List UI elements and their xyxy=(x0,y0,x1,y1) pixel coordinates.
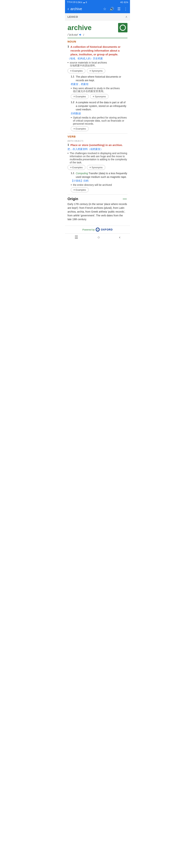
verb-sub-1-1-bullet: the entire directory will be archived xyxy=(71,183,127,186)
examples-label-1: Examples xyxy=(72,69,83,72)
noun-def-1-number: 1 xyxy=(68,45,69,48)
synonyms-icon-1: ≡ xyxy=(89,69,91,72)
svg-text:O: O xyxy=(97,229,98,231)
synonyms-label-1: Synonyms xyxy=(91,69,103,72)
verb-def-1-header: 1 Place or store (something) in an archi… xyxy=(68,143,127,148)
noun-sub-1-1-examples-button[interactable]: ≡ Examples xyxy=(71,94,89,99)
noun-def-1-text: A collection of historical documents or … xyxy=(70,45,127,56)
verb-def-1-number: 1 xyxy=(68,143,69,146)
status-icons: ☁ 6 xyxy=(83,1,87,4)
verb-def-1-buttons: ≡ Examples ≡ Synonyms xyxy=(68,165,127,170)
back-button[interactable]: ‹ xyxy=(68,6,69,11)
verb-def-1-bullet: The challenges involved in displaying an… xyxy=(68,152,127,164)
noun-sub-1-1-buttons: ≡ Examples ≡ Synonyms xyxy=(71,94,127,99)
app-bar-title: archive xyxy=(70,7,82,11)
noun-def-1-bullet: source materials in local archives 当地档案中… xyxy=(68,61,127,67)
verb-def-1-examples-button[interactable]: ≡ Examples xyxy=(68,165,85,170)
origin-section: Origin — Early 17th century (in the sens… xyxy=(65,195,130,226)
list-icon[interactable]: ☰ xyxy=(117,7,121,11)
examples-icon-verb-1: ≡ xyxy=(70,166,72,169)
divider-green xyxy=(68,38,127,38)
nav-menu-icon[interactable]: ☰ xyxy=(75,235,78,240)
verb-sub-1-1-header: 1.1 Computing Transfer (data) to a less … xyxy=(71,172,127,179)
favorite-icon[interactable]: ☆ xyxy=(103,7,106,11)
nav-bar: ☰ ○ ‹ xyxy=(65,234,130,241)
noun-sub-1-2-examples-button[interactable]: ≡ Examples xyxy=(71,126,89,131)
status-battery: 81% xyxy=(124,1,128,4)
noun-sub-1-2-text: A complete record of the data in part or… xyxy=(76,101,127,112)
pos-verb: VERB [WITH OBJECT] 1 Place or store (som… xyxy=(68,135,127,192)
nav-back-icon[interactable]: ‹ xyxy=(119,235,120,240)
noun-def-1-example: source materials in local archives xyxy=(70,61,107,64)
origin-header: Origin — xyxy=(68,196,127,201)
verb-sub-1-1-number: 1.1 xyxy=(71,172,74,175)
examples-label-verb-1: Examples xyxy=(72,166,83,169)
verb-def-1-synonyms-button[interactable]: ≡ Synonyms xyxy=(87,165,105,170)
collapse-icon[interactable]: ∧ xyxy=(125,15,127,19)
verb-def-1: 1 Place or store (something) in an archi… xyxy=(68,143,127,192)
origin-dash: — xyxy=(123,196,127,201)
synonyms-label-sub-1-1: Synonyms xyxy=(95,95,106,98)
noun-sub-1-2-translation: 归档数据 xyxy=(71,112,127,115)
noun-sub-1-1-number: 1.1 xyxy=(71,75,74,78)
verb-sub-1-1-text: Computing Transfer (data) to a less freq… xyxy=(76,172,127,179)
word-header: archive xyxy=(68,23,127,32)
noun-def-1-buttons: ≡ Examples ≡ Synonyms xyxy=(68,68,127,73)
noun-sub-1-1-example-trans: 他们被允许在档案室里查阅。 xyxy=(73,90,127,93)
noun-def-1: 1 A collection of historical documents o… xyxy=(68,45,127,131)
app-bar-icons: ☆ 🔊 ☰ ⋮ xyxy=(103,7,127,11)
status-bar: 下午4:19 0.5K/s ☁ 6 4G 81% xyxy=(65,0,130,4)
noun-sub-1-1-example: they were allowed to study in the archiv… xyxy=(73,87,120,90)
status-signal: 4G xyxy=(120,1,123,4)
noun-sub-def-1-2: 1.2 A complete record of the data in par… xyxy=(71,101,127,131)
app-bar-left: ‹ archive xyxy=(68,6,82,11)
verb-sub-1-1-examples-button[interactable]: ≡ Examples xyxy=(71,187,89,192)
powered-by-text: Powered by xyxy=(82,228,95,231)
noun-def-1-examples-button[interactable]: ≡ Examples xyxy=(68,68,85,73)
noun-def-1-header: 1 A collection of historical documents o… xyxy=(68,45,127,57)
status-time: 下午4:19 xyxy=(67,1,75,4)
synonyms-icon-verb-1: ≡ xyxy=(89,166,91,169)
noun-def-1-synonyms-button[interactable]: ≡ Synonyms xyxy=(87,68,105,73)
noun-sub-1-2-bullet: Optical media is also perfect for storin… xyxy=(71,116,127,125)
verb-sub-def-1-1: 1.1 Computing Transfer (data) to a less … xyxy=(71,172,127,192)
lexico-label: LEXICO xyxy=(68,16,78,18)
oxford-text: OXFORD xyxy=(101,228,113,231)
app-bar: ‹ archive ☆ 🔊 ☰ ⋮ xyxy=(65,4,130,13)
noun-sub-1-1-translation: 档案室，档案馆 xyxy=(71,83,127,86)
noun-sub-1-2-buttons: ≡ Examples xyxy=(71,126,127,131)
noun-sub-1-1-bullet: they were allowed to study in the archiv… xyxy=(71,87,127,93)
audio-icon[interactable]: 🔊 xyxy=(110,7,114,11)
noun-def-1-example-trans: 当地档案中的原始资料。 xyxy=(70,64,127,67)
word-logo-circle xyxy=(120,25,126,31)
noun-sub-1-1-synonyms-button[interactable]: ≡ Synonyms xyxy=(90,94,109,99)
origin-text: Early 17th century (in the sense 'place … xyxy=(68,202,127,221)
status-bar-right: 4G 81% xyxy=(120,1,128,4)
synonyms-label-verb-1: Synonyms xyxy=(91,166,103,169)
word-title: archive xyxy=(68,24,91,32)
origin-title: Origin xyxy=(68,197,78,201)
status-speed: 0.5K/s xyxy=(76,1,82,4)
main-content: archive /ˈɑːkʌɪv/ / NOUN 1 A collection … xyxy=(65,21,130,192)
noun-sub-1-1-text: The place where historical documents or … xyxy=(76,75,127,82)
verb-def-1-example: The challenges involved in displaying an… xyxy=(70,152,127,164)
speaker-icon[interactable] xyxy=(79,33,82,36)
phonetic-text: /ˈɑːkʌɪv/ xyxy=(68,33,78,36)
verb-def-1-text: Place or store (something) in an archive… xyxy=(70,143,123,147)
noun-def-1-translation: （地域、机构或人的）历史档案 xyxy=(68,57,127,60)
more-icon[interactable]: ⋮ xyxy=(124,7,127,11)
nav-home-icon[interactable]: ○ xyxy=(98,235,100,240)
noun-sub-1-2-example: Optical media is also perfect for storin… xyxy=(73,116,127,125)
oxford-logo: O xyxy=(96,227,100,231)
computing-label: Computing xyxy=(76,172,88,175)
examples-icon-verb-sub-1-1: ≡ xyxy=(74,188,75,191)
with-object-text: [WITH OBJECT] xyxy=(68,140,83,142)
examples-label-sub-1-2: Examples xyxy=(76,127,86,130)
pos-noun: NOUN 1 A collection of historical docume… xyxy=(68,40,127,131)
status-bar-left: 下午4:19 0.5K/s ☁ 6 xyxy=(67,1,87,4)
noun-sub-1-2-header: 1.2 A complete record of the data in par… xyxy=(71,101,127,112)
verb-def-1-translation: 把…存入档案资料（或档案室） xyxy=(68,148,127,151)
examples-label-sub-1-1: Examples xyxy=(76,95,86,98)
verb-sub-1-1-translation: 【计算机】归档 xyxy=(71,179,127,183)
noun-sub-1-1-header: 1.1 The place where historical documents… xyxy=(71,75,127,83)
